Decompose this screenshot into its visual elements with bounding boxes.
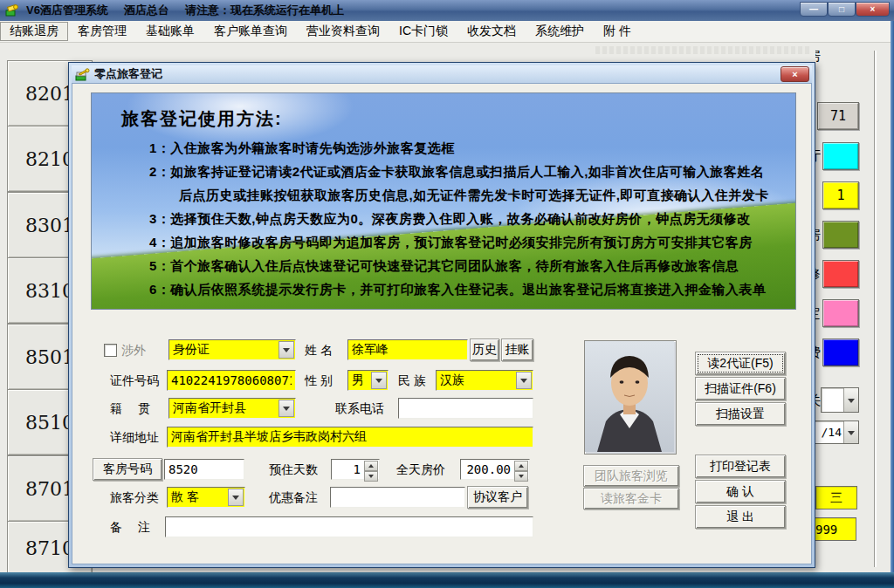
instruction-title: 旅客登记使用方法: — [121, 107, 795, 131]
id-type-select[interactable]: 身份证 — [168, 339, 296, 360]
stay-days-label: 预住天数 — [269, 459, 318, 480]
window-section: 酒店总台 — [124, 3, 169, 18]
address-label: 详细地址 — [110, 427, 159, 448]
maximize-button[interactable]: □ — [828, 2, 856, 17]
foreign-guest-label: 涉外 — [121, 339, 146, 360]
confirm-button[interactable]: 确 认 — [695, 480, 786, 503]
status-vacant-box[interactable]: 71 — [817, 102, 859, 130]
phone-label: 联系电话 — [335, 398, 384, 419]
instruction-line: 2：如旅客持证登记请读2代证或酒店金卡获取旅客信息或扫描后人工输入,如非首次住店… — [149, 160, 795, 183]
window-bottom-border — [0, 572, 894, 588]
dropdown-arrow-icon[interactable] — [843, 421, 858, 443]
instruction-line: 后点历史或挂账按钮获取旅客历史信息,如无证件需先发卡时可选择无证件,即可直接确认… — [179, 183, 795, 207]
foreign-guest-checkbox[interactable] — [104, 344, 117, 357]
clipped-label: 定 — [815, 305, 822, 321]
app-icon — [5, 3, 19, 17]
origin-select[interactable]: 河南省开封县 — [168, 398, 296, 419]
menu-item-maintenance[interactable]: 系统维护 — [526, 22, 594, 41]
floor-select[interactable] — [821, 387, 859, 413]
spin-down-icon[interactable] — [514, 471, 528, 482]
close-icon: × — [870, 4, 876, 14]
dropdown-arrow-icon[interactable] — [279, 341, 294, 359]
instruction-line: 3：选择预住天数,钟点房天数应为0。深夜房费入住即入账，故务必确认前改好房价，钟… — [149, 207, 795, 230]
status-olive-box[interactable] — [822, 221, 859, 249]
status-pink-box[interactable] — [822, 299, 859, 327]
address-input[interactable] — [167, 427, 533, 448]
dropdown-arrow-icon[interactable] — [228, 489, 244, 506]
menu-item-attachments[interactable]: 附 件 — [594, 22, 641, 41]
read-id-card-button[interactable]: 读2代证(F5) — [695, 352, 786, 375]
read-gold-card-button[interactable]: 读旅客金卡 — [583, 488, 679, 509]
exit-button[interactable]: 退 出 — [695, 505, 786, 529]
minimize-icon: — — [809, 4, 818, 14]
remark-input[interactable] — [165, 516, 533, 537]
close-button[interactable]: × — [856, 2, 890, 17]
dropdown-arrow-icon[interactable] — [843, 388, 858, 412]
menu-item-business-data[interactable]: 营业资料查询 — [297, 22, 389, 41]
ethnicity-label: 民 族 — [398, 370, 426, 391]
scan-settings-button[interactable]: 扫描设置 — [695, 402, 786, 426]
panel-divider — [874, 51, 877, 567]
print-registration-button[interactable]: 打印登记表 — [695, 455, 786, 478]
dialog-close-icon: × — [792, 69, 797, 79]
dialog-body: 旅客登记使用方法: 1：入住旅客为外籍旅客时请先钩选涉外旅客复选框 2：如旅客持… — [72, 83, 812, 564]
menu-item-base-bills[interactable]: 基础账单 — [136, 22, 204, 41]
menu-item-checkout[interactable]: 结账退房 — [0, 22, 68, 41]
clipped-label: 房 — [815, 227, 822, 243]
clipped-label: 房 — [815, 48, 822, 64]
history-button[interactable]: 历史 — [470, 338, 499, 361]
status-cyan-box[interactable] — [822, 142, 859, 170]
guest-registration-dialog: 零点旅客登记 × 旅客登记使用方法: 1：入住旅客为外籍旅客时请先钩选涉外旅客复… — [68, 62, 815, 568]
clipped-label: 修 — [815, 266, 822, 282]
background-toolbar-remnant — [595, 46, 810, 54]
spin-down-icon[interactable] — [364, 471, 378, 482]
gender-select[interactable]: 男 — [347, 370, 389, 391]
window-right-border — [891, 21, 894, 572]
menu-item-customer-bills[interactable]: 客户账单查询 — [204, 22, 297, 41]
status-blue-box[interactable] — [822, 338, 859, 366]
menu-item-ic-lock[interactable]: IC卡门锁 — [389, 22, 457, 41]
hotel-frontdesk-screen: V6酒店管理系统 酒店总台 请注意：现在系统运行在单机上 — □ × 结账退房 … — [0, 0, 894, 588]
spin-up-icon[interactable] — [364, 461, 378, 471]
credit-account-button[interactable]: 挂账 — [501, 338, 533, 361]
maximize-icon: □ — [839, 4, 844, 14]
operator-number-field: 999 — [812, 517, 856, 541]
scan-id-button[interactable]: 扫描证件(F6) — [695, 377, 786, 400]
instruction-panel: 旅客登记使用方法: 1：入住旅客为外籍旅客时请先钩选涉外旅客复选框 2：如旅客持… — [91, 92, 796, 310]
instruction-line: 4：追加旅客时修改客房号码即为追加客房，预订旅客登记时必须安排完所有预订房方可安… — [149, 230, 795, 254]
dropdown-arrow-icon[interactable] — [516, 372, 532, 389]
day-price-stepper[interactable]: 200.00 — [460, 459, 530, 480]
status-repair-box[interactable] — [822, 260, 859, 288]
guest-category-select[interactable]: 散 客 — [167, 487, 245, 508]
menu-item-rooms[interactable]: 客房管理 — [68, 22, 136, 41]
stay-days-stepper[interactable]: 1 — [331, 459, 380, 480]
partner-client-button[interactable]: 协议客户 — [467, 486, 528, 509]
dropdown-arrow-icon[interactable] — [279, 400, 294, 417]
menu-item-documents[interactable]: 收发文档 — [457, 22, 526, 41]
gender-label: 性 别 — [305, 370, 333, 391]
day-price-label: 全天房价 — [396, 459, 445, 480]
spin-up-icon[interactable] — [514, 461, 528, 471]
dialog-title: 零点旅客登记 — [94, 66, 162, 82]
guest-photo — [585, 341, 674, 452]
room-number-input[interactable] — [164, 459, 244, 480]
ethnicity-select[interactable]: 汉族 — [436, 370, 533, 391]
name-input[interactable] — [347, 339, 468, 360]
room-number-button[interactable]: 客房号码 — [93, 458, 162, 481]
minimize-button[interactable]: — — [800, 2, 828, 17]
guest-photo-frame — [584, 340, 677, 455]
phone-input[interactable] — [398, 398, 533, 419]
remark-label: 备 注 — [110, 516, 150, 537]
status-occupied-box[interactable]: 1 — [822, 181, 859, 209]
name-label: 姓 名 — [305, 339, 333, 360]
clipped-label: 厅 — [815, 148, 822, 164]
clipped-label: 费 — [815, 345, 822, 360]
guest-category-label: 旅客分类 — [110, 487, 159, 508]
window-notice: 请注意：现在系统运行在单机上 — [185, 3, 344, 18]
dropdown-arrow-icon[interactable] — [371, 372, 387, 389]
weekday-field: 三 — [815, 486, 857, 509]
dialog-close-button[interactable]: × — [781, 66, 809, 82]
discount-note-input[interactable] — [330, 487, 465, 508]
id-number-input[interactable] — [167, 370, 296, 391]
team-guest-browse-button[interactable]: 团队旅客浏览 — [583, 465, 679, 487]
